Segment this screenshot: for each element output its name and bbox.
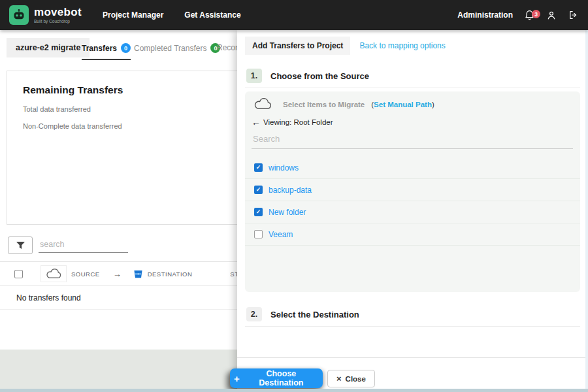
list-item-new-folder: ✓ New folder <box>245 201 580 223</box>
panel-footer: + Choose Destination × Close <box>237 357 588 389</box>
item-checkbox[interactable]: ✓ <box>254 186 263 194</box>
notification-count-badge: 3 <box>532 10 540 18</box>
item-checkbox[interactable]: ✓ <box>254 163 263 172</box>
brand: movebot Built by Couchdrop <box>34 7 82 24</box>
list-item-backup-data: ✓ backup-data <box>245 179 580 201</box>
list-item-veeam: Veeam <box>245 223 580 246</box>
tab-transfers[interactable]: Transfers 0 <box>82 43 131 60</box>
item-checkbox[interactable]: ✓ <box>254 208 263 216</box>
panel-title-tab[interactable]: Add Transfers to Project <box>245 37 350 55</box>
step-1-title: Choose from the Source <box>270 71 369 81</box>
transfers-search-input[interactable] <box>39 237 128 253</box>
source-box-header: Select Items to Migrate (Set Manual Path… <box>253 98 434 110</box>
choose-destination-label: Choose Destination <box>244 369 319 387</box>
back-arrow-icon[interactable]: ← <box>252 118 261 127</box>
plus-icon: + <box>234 374 240 384</box>
item-link[interactable]: Veeam <box>269 230 293 239</box>
header-right: Administration 3 <box>457 9 579 21</box>
panel-header: Add Transfers to Project Back to mapping… <box>237 30 588 55</box>
tab-completed-transfers[interactable]: Completed Transfers 0 <box>134 43 220 59</box>
nav-project-manager[interactable]: Project Manager <box>103 10 163 20</box>
empty-message: No transfers found <box>16 293 81 302</box>
close-label: Close <box>346 375 366 383</box>
destination-bucket-icon <box>133 269 143 279</box>
step-2-title: Select the Destination <box>270 310 359 319</box>
close-icon: × <box>336 374 342 383</box>
set-manual-path: (Set Manual Path) <box>371 101 434 108</box>
choose-destination-button[interactable]: + Choose Destination <box>230 368 323 388</box>
bottom-edge-strip <box>0 389 588 392</box>
check-icon: ✓ <box>256 209 261 215</box>
back-to-mapping-options-link[interactable]: Back to mapping options <box>359 41 445 50</box>
source-cloud-icon <box>41 265 67 282</box>
check-icon: ✓ <box>256 165 261 171</box>
cloud-icon <box>253 98 272 110</box>
source-items-box: Select Items to Migrate (Set Manual Path… <box>245 91 580 292</box>
set-manual-path-link[interactable]: Set Manual Path <box>374 101 432 108</box>
select-items-label: Select Items to Migrate <box>283 101 365 108</box>
step-1-header: 1. Choose from the Source <box>246 69 369 83</box>
item-link[interactable]: backup-data <box>269 186 312 195</box>
step-2-number-badge: 2. <box>246 307 262 321</box>
filter-row <box>8 237 128 254</box>
tab-completed-label: Completed Transfers <box>134 44 206 53</box>
column-source: SOURCE <box>71 270 100 278</box>
tab-transfers-label: Transfers <box>82 44 117 53</box>
divider <box>245 326 580 327</box>
transfers-count-badge: 0 <box>121 43 131 53</box>
logout-icon[interactable] <box>568 10 579 20</box>
main-nav: Project Manager Get Assistance <box>103 10 241 20</box>
list-item-windows: ✓ windows <box>245 157 580 179</box>
user-account-icon[interactable] <box>546 10 557 21</box>
item-link[interactable]: New folder <box>269 208 306 217</box>
robot-icon <box>12 8 25 22</box>
brand-tagline: Built by Couchdrop <box>34 19 82 24</box>
source-items-list: ✓ windows ✓ backup-data ✓ New folder Vee… <box>245 157 580 246</box>
notifications-bell-icon[interactable]: 3 <box>524 9 535 21</box>
filter-button[interactable] <box>8 237 33 254</box>
step-1-number-badge: 1. <box>246 69 262 83</box>
item-link[interactable]: windows <box>269 163 299 172</box>
brand-name: movebot <box>34 7 82 18</box>
divider <box>245 88 580 88</box>
app-window: movebot Built by Couchdrop Project Manag… <box>0 0 588 392</box>
add-transfers-panel: Add Transfers to Project Back to mapping… <box>237 30 588 389</box>
column-destination: DESTINATION <box>148 270 193 278</box>
viewing-label: Viewing: Root Folder <box>263 118 333 126</box>
top-navigation-bar: movebot Built by Couchdrop Project Manag… <box>0 0 588 30</box>
funnel-icon <box>16 241 25 250</box>
item-checkbox[interactable] <box>254 230 263 238</box>
nav-administration[interactable]: Administration <box>457 10 513 20</box>
arrow-right-icon: → <box>113 269 122 279</box>
panel-scrollbar[interactable] <box>585 30 588 389</box>
select-all-checkbox[interactable] <box>14 270 23 278</box>
nav-get-assistance[interactable]: Get Assistance <box>184 10 240 20</box>
close-button[interactable]: × Close <box>327 370 375 387</box>
viewing-breadcrumb: ← Viewing: Root Folder <box>252 118 333 127</box>
movebot-logo-icon[interactable] <box>9 5 29 25</box>
items-search-input[interactable] <box>252 129 573 149</box>
step-2-header: 2. Select the Destination <box>246 307 359 321</box>
project-name-tab[interactable]: azure-e2 migrate <box>7 38 90 57</box>
check-icon: ✓ <box>256 187 261 193</box>
paren-close: ) <box>432 101 434 108</box>
